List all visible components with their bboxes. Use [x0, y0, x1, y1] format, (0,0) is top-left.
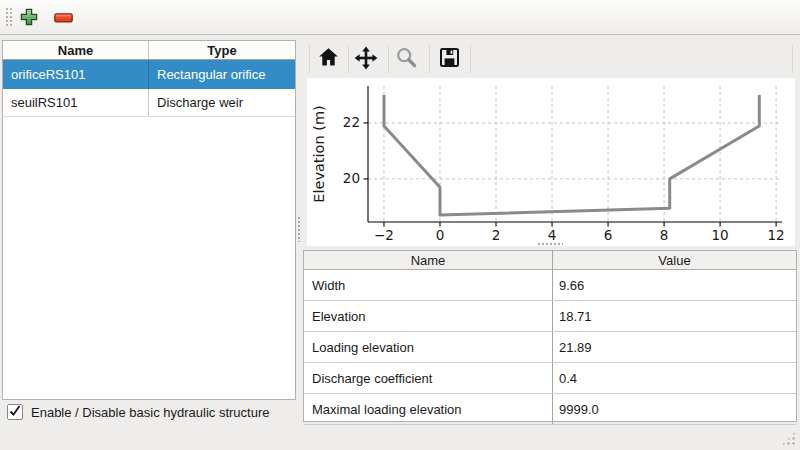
y-tick-label: 20	[343, 170, 360, 186]
param-row-elevation: Elevation 18.71	[304, 301, 796, 332]
plot-pan-button[interactable]	[353, 46, 379, 72]
checkmark-icon	[9, 405, 21, 420]
y-tick-label: 22	[343, 114, 360, 130]
param-row-width: Width 9.66	[304, 270, 796, 301]
cross-section-chart[interactable]: −20246810122022Elevation (m)	[307, 78, 795, 246]
parameters-table: Name Value Width 9.66 Elevation 18.71 Lo…	[303, 250, 797, 422]
toolbar-separator	[309, 45, 310, 73]
param-name: Width	[304, 270, 553, 300]
param-name: Elevation	[304, 301, 553, 331]
remove-structure-button[interactable]	[52, 7, 74, 29]
plot-home-button[interactable]	[315, 46, 341, 72]
structures-table-header: Name Type	[3, 41, 295, 60]
toolbar-separator	[792, 45, 793, 73]
table-row-orifice[interactable]: orificeRS101 Rectangular orifice	[3, 60, 295, 89]
param-name: Maximal loading elevation	[304, 394, 553, 424]
column-header-name[interactable]: Name	[3, 41, 149, 59]
column-header-value[interactable]: Value	[553, 251, 796, 269]
horizontal-splitter-handle[interactable]	[537, 242, 563, 247]
param-row-discharge-coefficient: Discharge coefficient 0.4	[304, 363, 796, 394]
param-value[interactable]: 0.4	[553, 363, 796, 393]
param-name: Discharge coefficient	[304, 363, 553, 393]
param-value[interactable]: 9.66	[553, 270, 796, 300]
structure-type: Discharge weir	[149, 89, 295, 116]
table-row-weir[interactable]: seuilRS101 Discharge weir	[3, 89, 295, 117]
move-arrows-icon	[354, 46, 378, 73]
add-structure-button[interactable]	[18, 7, 40, 29]
structures-table: Name Type orificeRS101 Rectangular orifi…	[2, 40, 296, 400]
parameters-table-header: Name Value	[304, 251, 796, 270]
plot-save-button[interactable]	[436, 46, 462, 72]
x-tick-label: 4	[548, 227, 557, 243]
x-tick-label: 2	[492, 227, 501, 243]
toolbar-separator	[429, 45, 430, 73]
enable-structure-row: Enable / Disable basic hydraulic structu…	[7, 404, 269, 420]
toolbar-separator	[348, 45, 349, 73]
structure-name: orificeRS101	[3, 60, 149, 89]
param-value[interactable]: 18.71	[553, 301, 796, 331]
enable-structure-checkbox[interactable]	[7, 404, 23, 420]
x-tick-label: −2	[374, 227, 394, 243]
x-tick-label: 10	[712, 227, 729, 243]
structure-name: seuilRS101	[3, 89, 149, 116]
param-value[interactable]: 9999.0	[553, 394, 796, 424]
x-tick-label: 6	[604, 227, 613, 243]
x-tick-label: 12	[768, 227, 785, 243]
toolbar-separator	[388, 45, 389, 73]
column-header-type[interactable]: Type	[149, 41, 295, 59]
structure-type: Rectangular orifice	[149, 60, 295, 89]
home-icon	[317, 46, 340, 72]
param-name: Loading elevation	[304, 332, 553, 362]
enable-structure-label: Enable / Disable basic hydraulic structu…	[31, 405, 269, 420]
x-tick-label: 8	[660, 227, 669, 243]
window-resize-grip[interactable]	[781, 431, 796, 446]
plot-zoom-button[interactable]	[393, 46, 419, 72]
param-row-loading-elevation: Loading elevation 21.89	[304, 332, 796, 363]
x-tick-label: 0	[436, 227, 445, 243]
plus-icon	[20, 8, 38, 29]
toolbar-drag-handle[interactable]	[5, 7, 13, 28]
param-value[interactable]: 21.89	[553, 332, 796, 362]
param-row-maximal-loading-elevation: Maximal loading elevation 9999.0	[304, 394, 796, 425]
minus-icon	[54, 11, 73, 26]
vertical-splitter-handle[interactable]	[297, 216, 302, 242]
y-axis-label: Elevation (m)	[311, 105, 327, 202]
magnifier-icon	[395, 46, 418, 72]
main-toolbar	[0, 0, 800, 35]
save-icon	[438, 46, 461, 72]
column-header-name[interactable]: Name	[304, 251, 553, 269]
toolbar-separator	[470, 45, 471, 73]
